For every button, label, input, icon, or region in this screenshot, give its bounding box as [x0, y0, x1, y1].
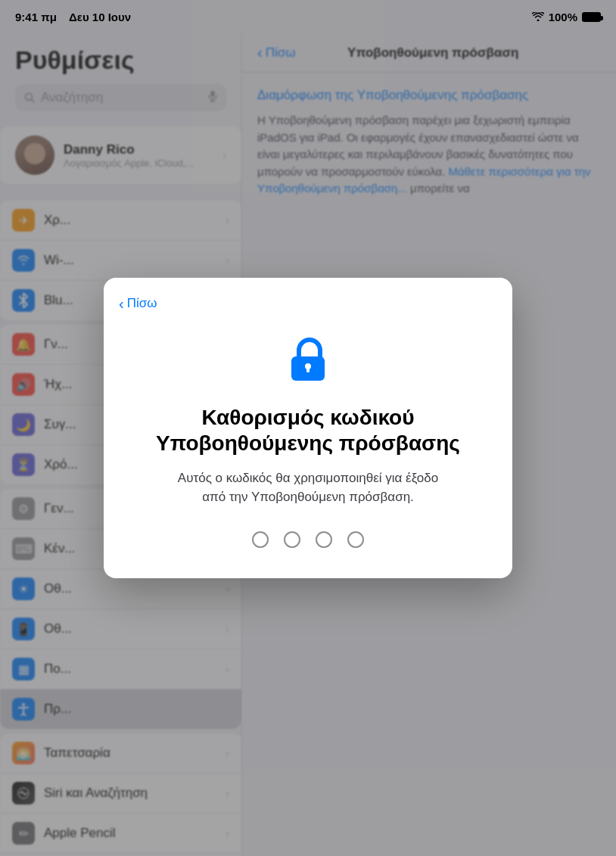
passcode-dots-container [252, 531, 364, 548]
passcode-modal: ‹ Πίσω Καθορισμός κωδικού Υποβοηθούμενης… [104, 278, 512, 577]
svg-rect-10 [306, 368, 310, 372]
modal-overlay: ‹ Πίσω Καθορισμός κωδικού Υποβοηθούμενης… [0, 0, 616, 856]
modal-back-label: Πίσω [127, 296, 157, 311]
passcode-dot-1 [252, 531, 269, 548]
passcode-dot-4 [347, 531, 364, 548]
modal-description: Αυτός ο κωδικός θα χρησιμοποιηθεί για έξ… [164, 468, 452, 507]
modal-body: Καθορισμός κωδικού Υποβοηθούμενης πρόσβα… [104, 317, 512, 577]
modal-title-text: Καθορισμός κωδικού Υποβοηθούμενης πρόσβα… [156, 406, 460, 455]
modal-back-chevron: ‹ [119, 295, 124, 313]
modal-title: Καθορισμός κωδικού Υποβοηθούμενης πρόσβα… [156, 405, 460, 456]
lock-icon-container [287, 335, 329, 387]
lock-icon [287, 335, 329, 384]
modal-back-button[interactable]: ‹ Πίσω [119, 295, 157, 313]
modal-nav: ‹ Πίσω [104, 278, 512, 317]
passcode-dot-3 [316, 531, 332, 548]
passcode-dot-2 [284, 531, 300, 548]
